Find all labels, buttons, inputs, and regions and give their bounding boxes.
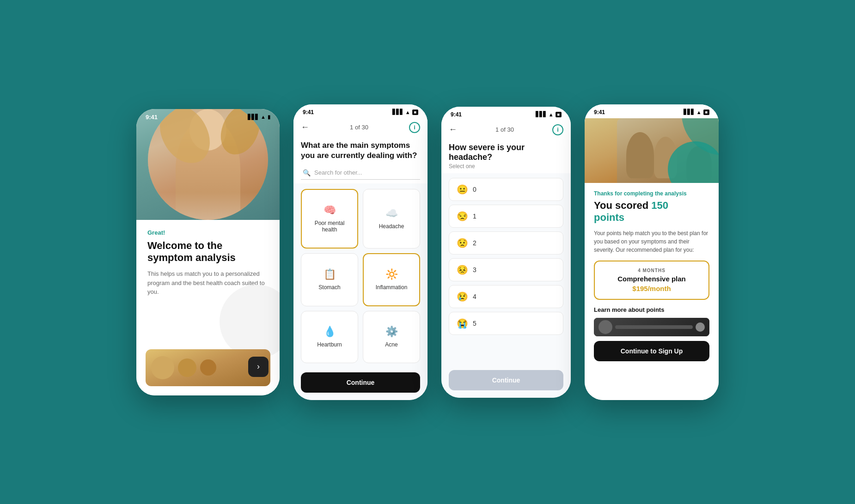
symptom-icon-stomach: 📋: [324, 268, 336, 280]
score-value: 150: [651, 200, 668, 211]
symptom-grid: 🧠 Poor mental health ☁️ Headache 📋 Stoma…: [293, 183, 428, 369]
symptom-stomach[interactable]: 📋 Stomach: [301, 253, 358, 306]
symptom-heartburn[interactable]: 💧 Heartburn: [301, 311, 358, 363]
severity-item-4[interactable]: 😢 4: [449, 285, 563, 308]
signal-4: ▋▋▋: [684, 109, 695, 115]
severity-item-1[interactable]: 😒 1: [449, 205, 563, 228]
progress-2: 1 of 30: [350, 124, 368, 131]
plan-name: Comprehensive plan: [602, 275, 701, 283]
severity-emoji-3: 😣: [457, 264, 468, 275]
info-button-2[interactable]: i: [409, 122, 420, 133]
plan-card: 4 MONTHS Comprehensive plan $195/month: [594, 261, 709, 300]
info-button-3[interactable]: i: [552, 124, 563, 135]
symptom-acne[interactable]: ⚙️ Acne: [363, 311, 420, 363]
symptom-icon-acne: ⚙️: [385, 326, 398, 338]
severity-subtitle: Select one: [449, 163, 563, 170]
symptom-label-acne: Acne: [385, 341, 397, 348]
battery-3: ■: [556, 112, 562, 117]
wifi-3: ▲: [549, 112, 554, 117]
severity-value-2: 2: [473, 239, 476, 247]
status-icons-3: ▋▋▋ ▲ ■: [536, 111, 562, 117]
phone-4-content: 9:41 ▋▋▋ ▲ ■ Thanks for compl: [585, 104, 719, 400]
time-2: 9:41: [303, 109, 314, 115]
phone-symptoms: 9:41 ▋▋▋ ▲ ■ ← 1 of 30 i What are the ma…: [293, 104, 428, 400]
hero-photo: [148, 109, 268, 220]
continue-button-2[interactable]: Continue: [301, 372, 420, 393]
severity-emoji-5: 😭: [457, 318, 468, 329]
symptom-label-heartburn: Heartburn: [317, 341, 342, 348]
status-bar-2: 9:41 ▋▋▋ ▲ ■: [293, 104, 428, 118]
wifi-2: ▲: [405, 109, 410, 115]
severity-list: 😐 0 😒 1 😟 2 😣 3 😢 4 😭 5: [441, 173, 571, 366]
symptom-label-stomach: Stomach: [318, 284, 340, 291]
status-bar-4: 9:41 ▋▋▋ ▲ ■: [585, 104, 719, 118]
phone-results: 9:41 ▋▋▋ ▲ ■ Thanks for compl: [585, 104, 719, 400]
results-hero-image: [585, 118, 719, 183]
symptom-label-mental: Poor mental health: [307, 220, 352, 233]
phone-1-content: 9:41 ▋▋▋ ▲ ▮ Great!: [136, 109, 280, 395]
question-area-2: What are the main symptoms you are curre…: [293, 135, 428, 183]
severity-emoji-2: 😟: [457, 237, 468, 249]
severity-item-5[interactable]: 😭 5: [449, 312, 563, 335]
score-heading: You scored 150points: [594, 200, 709, 224]
symptom-label-headache: Headache: [379, 223, 404, 230]
learn-more-link[interactable]: Learn more about points: [594, 306, 709, 313]
phone-3-content: 9:41 ▋▋▋ ▲ ■ ← 1 of 30 i How severe is y…: [441, 107, 571, 398]
severity-title: How severe is your headache?: [449, 143, 563, 162]
symptom-icon-inflammation: 🔆: [385, 268, 398, 280]
signal-icon-1: ▋▋▋: [248, 114, 259, 120]
symptom-poor-mental-health[interactable]: 🧠 Poor mental health: [301, 189, 358, 249]
battery-icon-1: ▮: [268, 114, 270, 120]
status-bar-1: 9:41 ▋▋▋ ▲ ▮: [136, 109, 280, 123]
next-button[interactable]: ›: [248, 357, 269, 377]
score-prefix: You scored: [594, 200, 651, 211]
severity-value-4: 4: [473, 293, 476, 300]
plan-price: $195/month: [602, 285, 701, 292]
severity-item-2[interactable]: 😟 2: [449, 231, 563, 255]
severity-item-3[interactable]: 😣 3: [449, 258, 563, 281]
symptom-headache[interactable]: ☁️ Headache: [363, 189, 420, 249]
signal-3: ▋▋▋: [536, 111, 547, 117]
status-bar-3: 9:41 ▋▋▋ ▲ ■: [441, 107, 571, 121]
severity-emoji-4: 😢: [457, 291, 468, 302]
symptom-icon-mental: 🧠: [324, 204, 336, 216]
signup-button[interactable]: Continue to Sign Up: [594, 341, 709, 361]
severity-value-0: 0: [473, 186, 476, 193]
severity-item-0[interactable]: 😐 0: [449, 178, 563, 201]
time-3: 9:41: [451, 111, 462, 118]
back-button-3[interactable]: ←: [449, 125, 457, 134]
status-icons-2: ▋▋▋ ▲ ■: [392, 109, 418, 115]
greeting-text: Great!: [147, 229, 269, 236]
plan-duration: 4 MONTHS: [602, 268, 701, 273]
welcome-title: Welcome to the symptom analysis: [147, 240, 269, 264]
wifi-4: ▲: [696, 109, 702, 115]
symptom-icon-headache: ☁️: [385, 207, 398, 219]
nav-bar-2: ← 1 of 30 i: [293, 118, 428, 135]
results-body: Thanks for completing the analysis You s…: [585, 183, 719, 400]
preview-strip: [594, 318, 709, 336]
continue-button-3-disabled: Continue: [449, 370, 563, 390]
battery-2: ■: [412, 109, 418, 115]
search-icon: 🔍: [303, 169, 311, 176]
back-button-2[interactable]: ←: [301, 122, 309, 132]
progress-3: 1 of 30: [495, 126, 514, 133]
symptom-label-inflammation: Inflammation: [376, 284, 408, 291]
search-bar[interactable]: 🔍 Search for other...: [301, 166, 420, 180]
phone-welcome: 9:41 ▋▋▋ ▲ ▮ Great!: [136, 109, 280, 395]
symptom-inflammation[interactable]: 🔆 Inflammation: [363, 253, 420, 306]
phone-1-body: Great! Welcome to the symptom analysis T…: [136, 220, 280, 395]
wifi-icon-1: ▲: [261, 114, 266, 120]
severity-question-area: How severe is your headache? Select one: [441, 137, 571, 173]
severity-emoji-1: 😒: [457, 211, 468, 222]
phone-severity: 9:41 ▋▋▋ ▲ ■ ← 1 of 30 i How severe is y…: [441, 107, 571, 398]
phone-2-content: 9:41 ▋▋▋ ▲ ■ ← 1 of 30 i What are the ma…: [293, 104, 428, 400]
time-4: 9:41: [594, 109, 605, 115]
time-1: 9:41: [146, 114, 158, 121]
status-icons-4: ▋▋▋ ▲ ■: [684, 109, 709, 115]
severity-value-5: 5: [473, 320, 476, 327]
battery-4: ■: [703, 109, 709, 115]
status-icons-1: ▋▋▋ ▲ ▮: [248, 114, 270, 120]
hero-image-area: [136, 109, 280, 220]
severity-value-1: 1: [473, 213, 476, 220]
hero-circle: [148, 109, 268, 220]
